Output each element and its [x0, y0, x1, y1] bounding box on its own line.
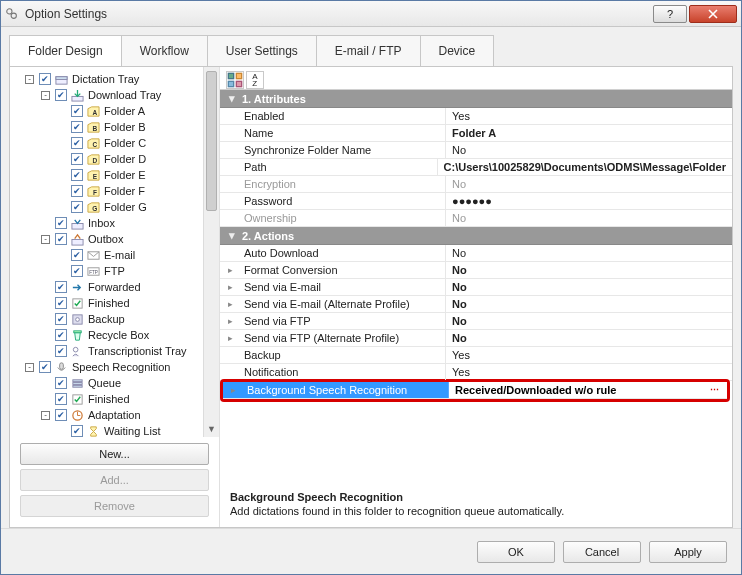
- checkbox[interactable]: [71, 121, 83, 133]
- cancel-button[interactable]: Cancel: [563, 541, 641, 563]
- tree-node-finished[interactable]: Finished: [12, 391, 217, 407]
- tree-node-queue[interactable]: Queue: [12, 375, 217, 391]
- tree-scrollbar[interactable]: ▲ ▼: [203, 67, 219, 437]
- tree-node-transcriptionist-tray[interactable]: Transcriptionist Tray: [12, 343, 217, 359]
- ok-button[interactable]: OK: [477, 541, 555, 563]
- tree-node-folder-f[interactable]: FFolder F: [12, 183, 217, 199]
- expand-icon[interactable]: ▸: [228, 265, 233, 275]
- checkbox[interactable]: [55, 297, 67, 309]
- property-value[interactable]: Yes: [452, 366, 470, 378]
- toggle-icon[interactable]: -: [41, 411, 50, 420]
- checkbox[interactable]: [71, 201, 83, 213]
- category-header[interactable]: ▾1. Attributes: [220, 90, 732, 108]
- property-row-background-speech-recognition[interactable]: ▸Background Speech RecognitionReceived/D…: [223, 382, 727, 399]
- property-row-ownership[interactable]: OwnershipNo: [220, 210, 732, 227]
- checkbox[interactable]: [55, 281, 67, 293]
- property-grid[interactable]: ▾1. AttributesEnabledYesNameFolder ASync…: [220, 89, 732, 402]
- property-row-format-conversion[interactable]: ▸Format ConversionNo: [220, 262, 732, 279]
- tree-node-recycle-box[interactable]: Recycle Box: [12, 327, 217, 343]
- tree-node-outbox[interactable]: -Outbox: [12, 231, 217, 247]
- property-row-synchronize-folder-name[interactable]: Synchronize Folder NameNo: [220, 142, 732, 159]
- property-row-path[interactable]: PathC:\Users\10025829\Documents\ODMS\Mes…: [220, 159, 732, 176]
- checkbox[interactable]: [71, 249, 83, 261]
- folder-tree-scroll[interactable]: -Dictation Tray-Download TrayAFolder ABF…: [10, 67, 219, 437]
- checkbox[interactable]: [55, 345, 67, 357]
- tree-node-folder-e[interactable]: EFolder E: [12, 167, 217, 183]
- property-value[interactable]: Received/Downloaded w/o rule: [455, 384, 616, 396]
- checkbox[interactable]: [39, 361, 51, 373]
- checkbox[interactable]: [71, 185, 83, 197]
- tree-node-backup[interactable]: Backup: [12, 311, 217, 327]
- expand-icon[interactable]: ▸: [228, 316, 233, 326]
- expand-icon[interactable]: ▸: [228, 282, 233, 292]
- new-button[interactable]: New...: [20, 443, 209, 465]
- scroll-down-icon[interactable]: ▼: [204, 421, 219, 437]
- property-row-enabled[interactable]: EnabledYes: [220, 108, 732, 125]
- tree-node-inbox[interactable]: Inbox: [12, 215, 217, 231]
- property-value[interactable]: Yes: [452, 349, 470, 361]
- property-row-password[interactable]: Password●●●●●●: [220, 193, 732, 210]
- tree-node-speech-recognition[interactable]: -Speech Recognition: [12, 359, 217, 375]
- property-row-send-via-ftp-alternate-profile-[interactable]: ▸Send via FTP (Alternate Profile)No: [220, 330, 732, 347]
- tree-node-folder-c[interactable]: CFolder C: [12, 135, 217, 151]
- collapse-icon[interactable]: ▾: [226, 92, 238, 105]
- tree-node-folder-b[interactable]: BFolder B: [12, 119, 217, 135]
- expand-icon[interactable]: ▸: [228, 299, 233, 309]
- checkbox[interactable]: [71, 153, 83, 165]
- property-value[interactable]: Folder A: [452, 127, 496, 139]
- property-value[interactable]: C:\Users\10025829\Documents\ODMS\Message…: [444, 161, 726, 173]
- property-value[interactable]: No: [452, 144, 466, 156]
- toggle-icon[interactable]: -: [25, 363, 34, 372]
- apply-button[interactable]: Apply: [649, 541, 727, 563]
- checkbox[interactable]: [71, 265, 83, 277]
- property-row-send-via-ftp[interactable]: ▸Send via FTPNo: [220, 313, 732, 330]
- property-value[interactable]: No: [452, 264, 467, 276]
- toggle-icon[interactable]: -: [25, 75, 34, 84]
- checkbox[interactable]: [55, 233, 67, 245]
- checkbox[interactable]: [55, 217, 67, 229]
- checkbox[interactable]: [55, 393, 67, 405]
- expand-icon[interactable]: ▸: [231, 385, 236, 395]
- property-value[interactable]: No: [452, 315, 467, 327]
- checkbox[interactable]: [71, 425, 83, 437]
- property-row-send-via-e-mail[interactable]: ▸Send via E-mailNo: [220, 279, 732, 296]
- checkbox[interactable]: [55, 377, 67, 389]
- tree-node-folder-d[interactable]: DFolder D: [12, 151, 217, 167]
- tree-node-ftp[interactable]: FTPFTP: [12, 263, 217, 279]
- tree-node-folder-g[interactable]: GFolder G: [12, 199, 217, 215]
- property-row-encryption[interactable]: EncryptionNo: [220, 176, 732, 193]
- tree-node-waiting-list[interactable]: Waiting List: [12, 423, 217, 437]
- toggle-icon[interactable]: -: [41, 235, 50, 244]
- tab-workflow[interactable]: Workflow: [121, 35, 208, 66]
- checkbox[interactable]: [55, 313, 67, 325]
- tree-node-forwarded[interactable]: Forwarded: [12, 279, 217, 295]
- help-button[interactable]: ?: [653, 5, 687, 23]
- property-value[interactable]: Yes: [452, 110, 470, 122]
- collapse-icon[interactable]: ▾: [226, 229, 238, 242]
- checkbox[interactable]: [71, 137, 83, 149]
- tab-user-settings[interactable]: User Settings: [207, 35, 317, 66]
- tree-node-e-mail[interactable]: E-mail: [12, 247, 217, 263]
- property-row-name[interactable]: NameFolder A: [220, 125, 732, 142]
- checkbox[interactable]: [55, 409, 67, 421]
- property-value[interactable]: No: [452, 298, 467, 310]
- property-value[interactable]: No: [452, 178, 466, 190]
- alphabetical-button[interactable]: AZ: [246, 71, 264, 89]
- property-value[interactable]: No: [452, 332, 467, 344]
- property-row-auto-download[interactable]: Auto DownloadNo: [220, 245, 732, 262]
- checkbox[interactable]: [71, 169, 83, 181]
- checkbox[interactable]: [71, 105, 83, 117]
- toggle-icon[interactable]: -: [41, 91, 50, 100]
- checkbox[interactable]: [55, 89, 67, 101]
- checkbox[interactable]: [55, 329, 67, 341]
- tab-e-mail-ftp[interactable]: E-mail / FTP: [316, 35, 421, 66]
- property-row-send-via-e-mail-alternate-profile-[interactable]: ▸Send via E-mail (Alternate Profile)No: [220, 296, 732, 313]
- tree-node-folder-a[interactable]: AFolder A: [12, 103, 217, 119]
- property-value[interactable]: No: [452, 281, 467, 293]
- expand-icon[interactable]: ▸: [228, 333, 233, 343]
- property-value[interactable]: ●●●●●●: [452, 195, 492, 207]
- property-row-backup[interactable]: BackupYes: [220, 347, 732, 364]
- ellipsis-button[interactable]: ⋯: [707, 384, 721, 397]
- tree-node-download-tray[interactable]: -Download Tray: [12, 87, 217, 103]
- category-header[interactable]: ▾2. Actions: [220, 227, 732, 245]
